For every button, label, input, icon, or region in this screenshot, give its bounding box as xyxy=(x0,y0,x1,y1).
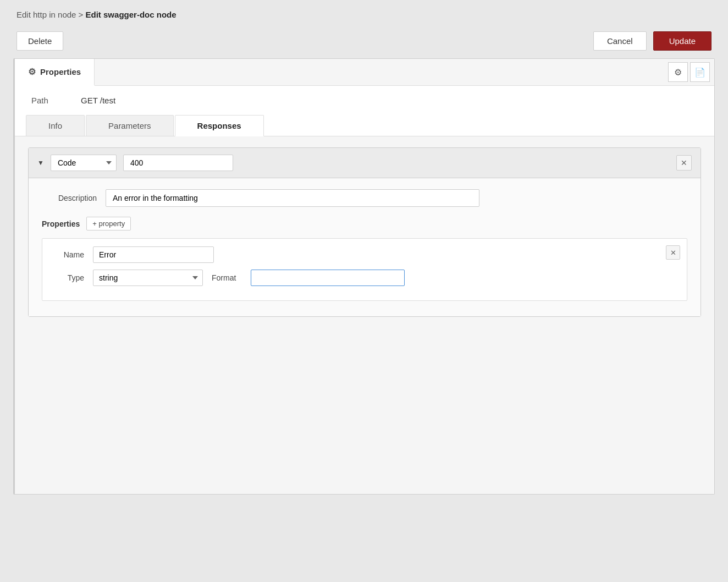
response-card: ▼ Code ✕ Description Properties xyxy=(28,147,701,317)
card-body: Description Properties + property Name xyxy=(29,178,701,316)
main-panel: ⚙ Properties ⚙ 📄 Path GET /test Info Par… xyxy=(13,58,715,495)
card-header: ▼ Code ✕ xyxy=(29,148,701,178)
property-remove-button[interactable]: ✕ xyxy=(666,245,680,260)
format-label: Format xyxy=(212,273,242,282)
property-name-row: Name xyxy=(51,246,678,263)
property-item: Name Type string integer number boolean xyxy=(42,238,687,301)
description-icon-button[interactable]: 📄 xyxy=(690,62,710,82)
tab-responses[interactable]: Responses xyxy=(175,115,264,136)
description-label: Description xyxy=(42,194,97,202)
type-label: Type xyxy=(51,273,84,282)
settings-icon-button[interactable]: ⚙ xyxy=(668,62,688,82)
panel-title: Properties xyxy=(40,67,81,76)
properties-gear-icon: ⚙ xyxy=(28,67,36,77)
update-button[interactable]: Update xyxy=(653,31,712,51)
name-input[interactable] xyxy=(93,246,214,263)
path-value: GET /test xyxy=(81,96,115,105)
properties-section: Properties + property Name Type xyxy=(42,217,687,301)
panel-title-tab: ⚙ Properties xyxy=(15,59,95,86)
path-label: Path xyxy=(31,96,64,105)
properties-title: Properties xyxy=(42,219,80,228)
cancel-button[interactable]: Cancel xyxy=(593,31,647,51)
add-property-button[interactable]: + property xyxy=(86,217,131,230)
sub-tabs: Info Parameters Responses xyxy=(15,115,714,136)
breadcrumb-separator: > xyxy=(79,10,84,19)
toolbar: Delete Cancel Update xyxy=(0,27,728,58)
close-icon: ✕ xyxy=(670,249,676,257)
format-input[interactable] xyxy=(251,270,405,286)
close-icon: ✕ xyxy=(681,158,687,167)
breadcrumb: Edit http in node > Edit swagger-doc nod… xyxy=(0,0,728,27)
settings-icon: ⚙ xyxy=(674,67,682,78)
delete-button[interactable]: Delete xyxy=(16,31,63,51)
panel-header-actions: ⚙ 📄 xyxy=(668,62,714,82)
response-remove-button[interactable]: ✕ xyxy=(676,155,692,171)
name-label: Name xyxy=(51,250,84,259)
code-input[interactable] xyxy=(123,155,233,171)
path-row: Path GET /test xyxy=(15,86,714,115)
properties-header: Properties + property xyxy=(42,217,687,230)
property-type-row: Type string integer number boolean array… xyxy=(51,270,678,286)
code-select[interactable]: Code xyxy=(51,155,117,171)
document-icon: 📄 xyxy=(694,67,705,78)
chevron-down-icon[interactable]: ▼ xyxy=(37,159,44,167)
description-row: Description xyxy=(42,189,687,207)
description-input[interactable] xyxy=(106,189,479,207)
content-area: ▼ Code ✕ Description Properties xyxy=(15,136,714,494)
type-select[interactable]: string integer number boolean array obje… xyxy=(93,270,203,286)
panel-header: ⚙ Properties ⚙ 📄 xyxy=(15,59,714,86)
breadcrumb-current: Edit swagger-doc node xyxy=(86,10,177,19)
breadcrumb-parent: Edit http in node xyxy=(16,10,76,19)
tab-info[interactable]: Info xyxy=(26,115,85,136)
tab-parameters[interactable]: Parameters xyxy=(86,115,174,136)
